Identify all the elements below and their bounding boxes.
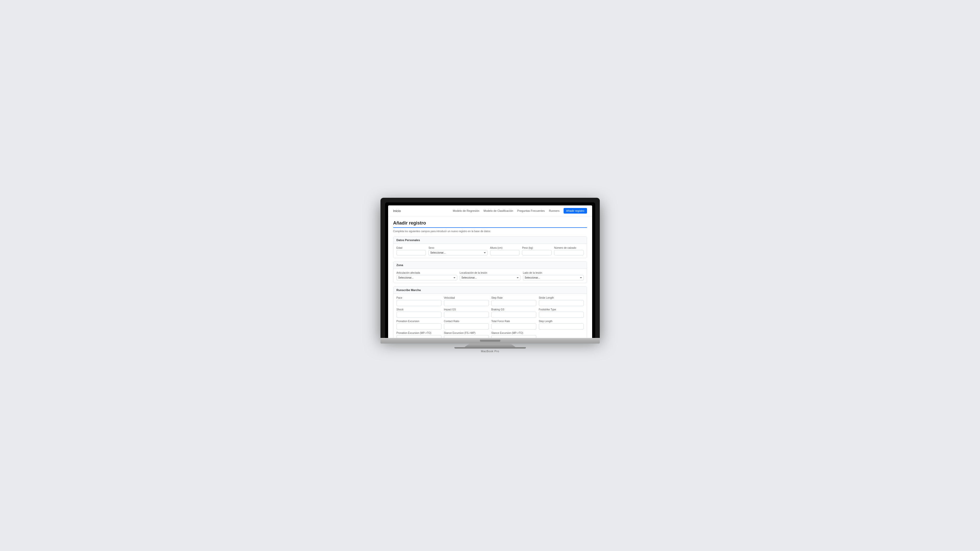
anadir-registro-button[interactable]: Añadir registro xyxy=(563,208,587,214)
runscribe-title: Runscribe Marcha xyxy=(393,286,587,294)
peso-label: Peso (kg) xyxy=(522,246,552,249)
macbook-notch xyxy=(480,340,500,342)
runscribe-row-3: Pronation Excursion Contact Ratio Total … xyxy=(396,320,584,330)
runscribe-row-2: Shock Impact GS Braking GS xyxy=(396,308,584,318)
pace-group: Pace xyxy=(396,296,441,306)
stride-length-value[interactable] xyxy=(539,300,584,306)
sexo-label: Sexo xyxy=(428,246,487,249)
braking-gs-group: Braking GS xyxy=(492,308,536,318)
altura-group: Altura (cm) xyxy=(490,246,520,256)
app-container: Inicio Modelo de Regresión Modelo de Cla… xyxy=(388,205,592,338)
zona-title: Zona xyxy=(393,262,587,269)
runscribe-body: Pace Velocidad Step Rate xyxy=(393,294,587,338)
velocidad-value[interactable] xyxy=(444,300,489,306)
footstrike-type-value[interactable] xyxy=(539,312,584,318)
articulacion-label: Articulación afectada xyxy=(396,272,457,274)
stance-excursion-fs-mp-group: Stance Excursion (FS->MP) xyxy=(444,332,489,338)
sexo-group: Sexo Seleccionar... xyxy=(428,246,487,256)
articulacion-select[interactable]: Seleccionar... xyxy=(396,275,457,280)
page-content: Añadir registro Completa los siguientes … xyxy=(388,216,592,338)
total-force-rate-value[interactable] xyxy=(492,323,536,330)
step-length-label: Step Length xyxy=(539,320,584,322)
nav-modelo-regresion[interactable]: Modelo de Regresión xyxy=(453,209,479,212)
localizacion-select[interactable]: Seleccionar... xyxy=(460,275,520,280)
pace-label: Pace xyxy=(396,296,441,299)
macbook-screen: Inicio Modelo de Regresión Modelo de Cla… xyxy=(380,198,600,338)
step-length-group: Step Length xyxy=(539,320,584,330)
macbook-base xyxy=(380,338,600,343)
navbar-brand[interactable]: Inicio xyxy=(393,209,401,213)
pronation-excursion-group: Pronation Excursion xyxy=(396,320,441,330)
altura-input[interactable] xyxy=(490,250,520,256)
datos-personales-title: Datos Personales xyxy=(393,237,587,244)
impact-gs-label: Impact GS xyxy=(444,308,489,311)
stride-length-group: Stride Length xyxy=(539,296,584,306)
impact-gs-value[interactable] xyxy=(444,312,489,318)
lado-select[interactable]: Seleccionar... xyxy=(523,275,584,280)
total-force-rate-label: Total Force Rate xyxy=(492,320,536,322)
zona-body: Articulación afectada Seleccionar... Loc… xyxy=(393,269,587,283)
step-length-value[interactable] xyxy=(539,323,584,330)
nav-preguntas-frecuentes[interactable]: Preguntas Frecuentes xyxy=(517,209,545,212)
peso-input[interactable] xyxy=(522,250,552,256)
shock-value[interactable] xyxy=(396,312,441,318)
stance-excursion-fs-mp-value[interactable] xyxy=(444,335,489,338)
section-datos-personales: Datos Personales Edad Sexo xyxy=(393,236,587,258)
localizacion-label: Localización de la lesión xyxy=(460,272,520,274)
section-runscribe: Runscribe Marcha Pace Velocidad xyxy=(393,286,587,338)
braking-gs-value[interactable] xyxy=(492,312,536,318)
macbook-frame: Inicio Modelo de Regresión Modelo de Cla… xyxy=(380,198,600,353)
pronation-excursion-mp-to-label: Pronation Excursion (MP->TO) xyxy=(396,332,441,334)
shock-group: Shock xyxy=(396,308,441,318)
stride-length-label: Stride Length xyxy=(539,296,584,299)
datos-personales-body: Edad Sexo Seleccionar... xyxy=(393,244,587,258)
nav-runners[interactable]: Runners xyxy=(549,209,560,212)
articulacion-group: Articulación afectada Seleccionar... xyxy=(396,272,457,280)
pace-value[interactable] xyxy=(396,300,441,306)
edad-group: Edad xyxy=(396,246,426,256)
calzado-group: Número de calzado xyxy=(554,246,584,256)
sexo-select[interactable]: Seleccionar... xyxy=(428,250,487,256)
footstrike-type-label: Footstrike Type xyxy=(539,308,584,311)
macbook-display[interactable]: Inicio Modelo de Regresión Modelo de Cla… xyxy=(388,205,592,338)
lado-group: Lado de la lesión Seleccionar... xyxy=(523,272,584,280)
pronation-excursion-label: Pronation Excursion xyxy=(396,320,441,322)
total-force-rate-group: Total Force Rate xyxy=(492,320,536,330)
macbook-bezel: Inicio Modelo de Regresión Modelo de Cla… xyxy=(385,202,595,338)
macbook-label: MacBook Pro xyxy=(380,349,600,353)
braking-gs-label: Braking GS xyxy=(492,308,536,311)
navbar: Inicio Modelo de Regresión Modelo de Cla… xyxy=(388,205,592,216)
contact-ratio-label: Contact Ratio xyxy=(444,320,489,322)
pronation-excursion-value[interactable] xyxy=(396,323,441,330)
velocidad-label: Velocidad xyxy=(444,296,489,299)
contact-ratio-group: Contact Ratio xyxy=(444,320,489,330)
navbar-links: Modelo de Regresión Modelo de Clasificac… xyxy=(453,208,587,214)
shock-label: Shock xyxy=(396,308,441,311)
section-zona: Zona Articulación afectada Seleccionar..… xyxy=(393,261,587,283)
step-rate-group: Step Rate xyxy=(492,296,536,306)
page-subtitle: Completa los siguientes campos para intr… xyxy=(393,230,587,233)
localizacion-group: Localización de la lesión Seleccionar... xyxy=(460,272,520,280)
runscribe-empty-group xyxy=(539,332,584,338)
runscribe-row-4: Pronation Excursion (MP->TO) Stance Excu… xyxy=(396,332,584,338)
calzado-input[interactable] xyxy=(554,250,584,256)
peso-group: Peso (kg) xyxy=(522,246,552,256)
stance-excursion-fs-mp-label: Stance Excursion (FS->MP) xyxy=(444,332,489,334)
nav-modelo-clasificacion[interactable]: Modelo de Clasificación xyxy=(484,209,513,212)
stance-excursion-mp-to-value[interactable] xyxy=(492,335,536,338)
runscribe-row-1: Pace Velocidad Step Rate xyxy=(396,296,584,306)
edad-input[interactable] xyxy=(396,250,426,256)
zona-row: Articulación afectada Seleccionar... Loc… xyxy=(396,272,584,280)
edad-label: Edad xyxy=(396,246,426,249)
page-title: Añadir registro xyxy=(393,221,587,228)
impact-gs-group: Impact GS xyxy=(444,308,489,318)
step-rate-value[interactable] xyxy=(492,300,536,306)
macbook-stand xyxy=(465,343,515,347)
stance-excursion-mp-to-label: Stance Excursion (MP->TO) xyxy=(492,332,536,334)
pronation-excursion-mp-to-group: Pronation Excursion (MP->TO) xyxy=(396,332,441,338)
datos-personales-row: Edad Sexo Seleccionar... xyxy=(396,246,584,256)
pronation-excursion-mp-to-value[interactable] xyxy=(396,335,441,338)
calzado-label: Número de calzado xyxy=(554,246,584,249)
footstrike-type-group: Footstrike Type xyxy=(539,308,584,318)
contact-ratio-value[interactable] xyxy=(444,323,489,330)
